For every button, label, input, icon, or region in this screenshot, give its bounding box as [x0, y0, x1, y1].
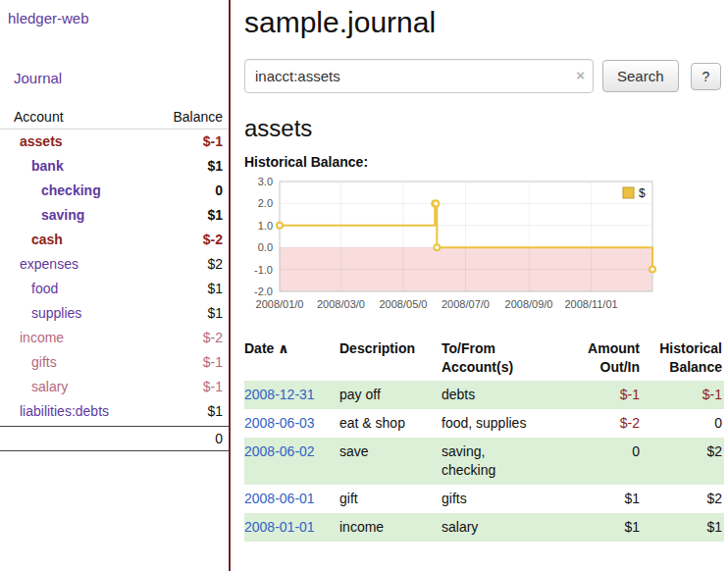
y-tick-label: 1.0 [258, 220, 273, 232]
transaction-amount: $1 [571, 513, 642, 542]
account-row: assets $-1 [0, 130, 229, 154]
transaction-date-link[interactable]: 2008-06-03 [244, 415, 315, 431]
chart-title: Historical Balance: [244, 154, 724, 170]
accounts-table: Account Balance assets $-1 bank $1 check… [0, 106, 229, 451]
account-balance: $-2 [203, 330, 223, 346]
legend-swatch [623, 187, 634, 198]
x-tick-label: 2008/05/0 [380, 298, 428, 310]
x-tick-label: 2008/01/0 [256, 298, 304, 310]
y-tick-label: -1.0 [254, 264, 273, 276]
account-section-title: assets [244, 115, 724, 142]
help-button[interactable]: ? [691, 63, 722, 90]
account-balance: $-2 [203, 232, 223, 248]
transaction-amount: $-2 [571, 409, 642, 438]
transaction-row[interactable]: 2008-06-03 eat & shop food, supplies $-2… [244, 409, 724, 438]
transaction-date-cell: 2008-01-01 [244, 513, 339, 542]
col-header-historical: Historical Balance [642, 336, 724, 381]
transaction-description: income [339, 513, 442, 542]
y-tick-label: 2.0 [258, 197, 273, 209]
account-link-salary[interactable]: salary [0, 379, 68, 395]
account-row: food $1 [0, 277, 229, 301]
col-header-description: Description [339, 336, 442, 381]
transaction-date-cell: 2008-06-03 [244, 409, 339, 438]
search-button[interactable]: Search [602, 60, 679, 92]
accounts-total-value: 0 [215, 431, 223, 446]
transaction-row[interactable]: 2008-06-02 save saving, checking 0 $2 [244, 438, 724, 485]
transaction-date-link[interactable]: 2008-06-02 [244, 443, 315, 459]
account-link-checking[interactable]: checking [0, 182, 101, 199]
transaction-balance: $1 [642, 513, 724, 542]
transaction-date-cell: 2008-06-01 [244, 485, 339, 513]
transaction-balance: $2 [642, 438, 724, 485]
balance-chart: 3.02.01.00.0-1.0-2.02008/01/02008/03/020… [244, 174, 724, 326]
accounts-header-account: Account [14, 109, 64, 125]
brand-link[interactable]: hledger-web [0, 8, 97, 26]
x-tick-label: 2008/11/01 [564, 298, 617, 310]
search-input[interactable] [244, 59, 594, 93]
account-link-income[interactable]: income [0, 330, 64, 346]
account-row: saving $1 [0, 203, 229, 228]
search-box: × [244, 59, 594, 93]
x-tick-label: 2008/07/0 [442, 298, 490, 310]
col-header-amount: Amount Out/In [571, 336, 642, 381]
accounts-table-header: Account Balance [0, 106, 229, 130]
y-tick-label: 3.0 [258, 176, 273, 187]
col-header-date[interactable]: Date ∧ [244, 336, 339, 381]
data-point [434, 244, 440, 250]
account-balance: $1 [207, 403, 223, 420]
sidebar-item-journal[interactable]: Journal [0, 70, 229, 86]
transaction-description: gift [339, 485, 442, 513]
transaction-date-link[interactable]: 2008-06-01 [244, 491, 315, 506]
transactions-header-row: Date ∧ Description To/From Account(s) Am… [244, 336, 724, 381]
account-link-cash[interactable]: cash [0, 232, 63, 248]
transaction-date-link[interactable]: 2008-01-01 [244, 519, 315, 535]
account-link-gifts[interactable]: gifts [0, 354, 57, 371]
transaction-date-link[interactable]: 2008-12-31 [244, 387, 315, 402]
account-row: income $-2 [0, 326, 229, 350]
account-row: checking 0 [0, 179, 229, 203]
transactions-table: Date ∧ Description To/From Account(s) Am… [244, 336, 724, 542]
account-balance: $1 [207, 158, 223, 175]
account-link-supplies[interactable]: supplies [0, 305, 81, 322]
account-row: salary $-1 [0, 375, 229, 399]
transaction-balance: $-1 [642, 381, 724, 409]
transaction-description: pay off [339, 381, 442, 409]
transaction-description: eat & shop [339, 409, 442, 438]
transaction-row[interactable]: 2008-12-31 pay off debts $-1 $-1 [244, 381, 724, 409]
account-link-food[interactable]: food [0, 281, 58, 297]
account-row: liabilities:debts $1 [0, 399, 229, 424]
account-balance: $2 [207, 256, 223, 273]
account-link-saving[interactable]: saving [0, 207, 84, 224]
transaction-accounts: saving, checking [442, 438, 571, 485]
account-balance: $-1 [203, 354, 223, 371]
x-tick-label: 2008/09/0 [505, 298, 553, 310]
account-link-bank[interactable]: bank [0, 158, 64, 175]
col-header-accounts: To/From Account(s) [442, 336, 571, 381]
account-row: supplies $1 [0, 301, 229, 326]
transaction-amount: 0 [571, 438, 642, 485]
transaction-row[interactable]: 2008-06-01 gift gifts $1 $2 [244, 485, 724, 513]
clear-search-icon[interactable]: × [576, 67, 585, 84]
account-balance: $1 [207, 281, 223, 297]
transaction-row[interactable]: 2008-01-01 income salary $1 $1 [244, 513, 724, 542]
app-window: hledger-web Journal Account Balance asse… [0, 0, 728, 571]
sidebar: hledger-web Journal Account Balance asse… [0, 0, 229, 571]
account-balance: 0 [215, 182, 223, 199]
account-row: bank $1 [0, 154, 229, 179]
data-point [650, 267, 655, 273]
page-title: sample.journal [244, 6, 724, 39]
transaction-amount: $-1 [571, 381, 642, 409]
legend-label: $ [639, 186, 646, 200]
transaction-accounts: gifts [442, 485, 571, 513]
data-point [433, 200, 439, 206]
account-balance: $1 [207, 207, 223, 224]
transaction-accounts: food, supplies [442, 409, 571, 438]
account-link-expenses[interactable]: expenses [0, 256, 78, 273]
y-tick-label: 0.0 [258, 241, 273, 253]
account-link-liabilities-debts[interactable]: liabilities:debts [0, 403, 109, 420]
transaction-balance: 0 [642, 409, 724, 438]
sort-asc-icon: ∧ [278, 340, 288, 356]
transaction-accounts: salary [442, 513, 571, 542]
transaction-date-cell: 2008-12-31 [244, 381, 339, 409]
account-link-assets[interactable]: assets [0, 133, 63, 150]
